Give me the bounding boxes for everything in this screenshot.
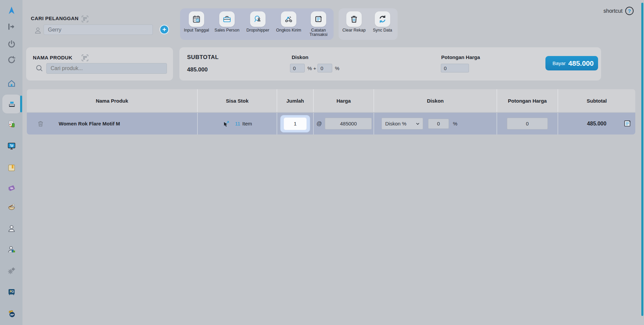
sidebar-item-report[interactable]	[5, 117, 18, 131]
receipt-icon[interactable]	[623, 119, 632, 128]
sidebar: % RP	[0, 0, 22, 325]
app-logo-icon	[5, 4, 18, 17]
diskon-label: Diskon	[292, 54, 308, 60]
delivery-scooter-icon	[284, 14, 293, 24]
clear-rekap-button[interactable]: Clear Rekap	[339, 11, 369, 33]
sidebar-item-logout[interactable]	[5, 20, 18, 33]
diskon-suffix: %	[335, 65, 339, 71]
sidebar-item-employees[interactable]	[5, 242, 18, 256]
stock-quantity: 11	[235, 121, 240, 126]
search-icon	[35, 64, 44, 72]
toolbar-transaction-group: Input Tanggal Sales Person Dropshipper O…	[180, 8, 334, 40]
bayar-label: Bayar	[552, 60, 566, 66]
row-subtotal: 485.000	[587, 121, 606, 127]
subtotal-label: SUBTOTAL	[187, 54, 219, 61]
shortcut-label: shortcut	[603, 8, 623, 14]
ongkos-kirim-button[interactable]: Ongkos Kirim	[273, 11, 304, 33]
diskon-pct-2-input[interactable]	[317, 64, 332, 72]
catatan-transaksi-button[interactable]: Catatan Transaksi	[303, 11, 334, 37]
header-jumlah: Jumlah	[277, 89, 314, 112]
svg-text:RP: RP	[10, 313, 14, 316]
product-search-card: NAMA PRODUK	[26, 47, 173, 80]
scan-customer-icon[interactable]	[80, 14, 90, 23]
bayar-amount: 485.000	[568, 59, 594, 67]
person-search-icon	[253, 14, 262, 24]
header-potongan-harga: Potongan Harga	[497, 89, 558, 112]
transaction-note-icon	[314, 14, 323, 24]
price-input[interactable]	[325, 118, 372, 129]
price-at-symbol: @	[316, 121, 322, 127]
scrollbar-thumb[interactable]	[641, 3, 643, 316]
product-name: Women Rok Flare Motif M	[59, 121, 120, 126]
chevron-down-icon	[416, 122, 420, 126]
header-sisa-stok: Sisa Stok	[198, 89, 277, 112]
sidebar-item-power[interactable]	[5, 37, 18, 51]
add-customer-button[interactable]: +	[160, 25, 169, 34]
header-nama-produk: Nama Produk	[27, 89, 198, 112]
quantity-focus-ring	[280, 115, 310, 132]
row-potongan-input[interactable]	[507, 118, 548, 129]
sidebar-item-promo[interactable]: %	[5, 181, 18, 195]
dropshipper-button[interactable]: Dropshipper	[242, 11, 273, 33]
customer-search-input[interactable]	[44, 24, 153, 35]
stock-cursor-icon[interactable]	[222, 120, 230, 128]
product-search-input[interactable]	[46, 63, 167, 74]
sidebar-item-customers[interactable]	[5, 222, 18, 235]
discount-pct-suffix: %	[453, 121, 457, 126]
summary-card: SUBTOTAL 485.000 Diskon % + % Potongan H…	[179, 47, 601, 80]
diskon-pct-1-input[interactable]	[290, 64, 305, 72]
sidebar-item-cash-balance[interactable]: RP	[5, 307, 18, 320]
input-tanggal-button[interactable]: Input Tanggal	[181, 11, 212, 33]
potongan-harga-label: Potongan Harga	[441, 54, 480, 60]
scan-product-icon[interactable]	[80, 53, 90, 62]
trash-icon	[349, 14, 359, 24]
sidebar-item-settings[interactable]	[5, 264, 18, 277]
sidebar-item-ingredients[interactable]	[5, 201, 18, 214]
diskon-join: % +	[307, 65, 316, 71]
header-diskon: Diskon	[374, 89, 497, 112]
sidebar-item-vault[interactable]	[5, 285, 18, 299]
discount-value-input[interactable]	[428, 119, 449, 129]
sidebar-item-refresh[interactable]	[5, 53, 18, 66]
product-search-label: NAMA PRODUK	[33, 55, 72, 60]
shortcut-help: shortcut ?	[603, 7, 634, 15]
header-harga: Harga	[314, 89, 374, 112]
delete-row-icon[interactable]	[37, 120, 44, 128]
sidebar-item-home[interactable]	[5, 76, 18, 90]
header-subtotal: Subtotal	[558, 89, 635, 112]
customer-person-icon	[34, 26, 42, 35]
sync-icon	[378, 14, 387, 24]
toolbar-data-group: Clear Rekap Sync Data	[339, 8, 398, 40]
potongan-harga-input[interactable]	[441, 64, 469, 72]
discount-type-select[interactable]: Diskon %	[382, 118, 423, 129]
calendar-clock-icon	[192, 14, 201, 24]
sales-person-button[interactable]: Sales Person	[212, 11, 242, 33]
sidebar-item-products[interactable]	[5, 161, 18, 174]
cart-table-header: Nama Produk Sisa Stok Jumlah Harga Disko…	[27, 89, 635, 112]
bayar-button[interactable]: Bayar 485.000	[545, 56, 598, 70]
table-row: Women Rok Flare Motif M 11 Item @ Diskon…	[27, 113, 635, 134]
briefcase-icon	[222, 14, 232, 24]
cart-table: Nama Produk Sisa Stok Jumlah Harga Disko…	[27, 89, 635, 134]
customer-search-label: CARI PELANGGAN	[31, 15, 78, 21]
subtotal-value: 485.000	[187, 66, 208, 73]
sidebar-item-online-shop[interactable]	[5, 139, 18, 153]
sidebar-item-cashier[interactable]	[2, 95, 21, 113]
quantity-input[interactable]	[284, 117, 307, 130]
stock-unit: Item	[242, 121, 252, 126]
sync-data-button[interactable]: Sync Data	[367, 11, 398, 33]
help-icon[interactable]: ?	[625, 7, 634, 15]
